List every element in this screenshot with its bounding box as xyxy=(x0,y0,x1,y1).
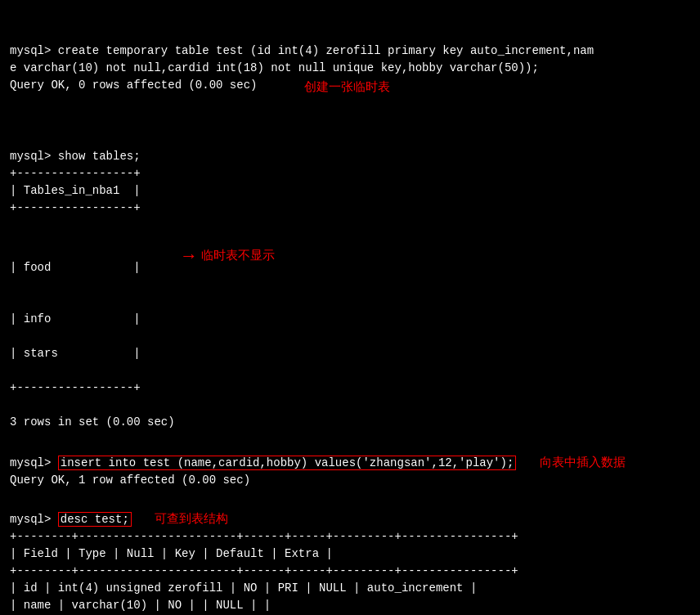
line-create-table-2: e varchar(10) not null,cardid int(18) no… xyxy=(10,61,539,74)
annotation-no-show: →临时表不显示 xyxy=(180,242,275,269)
line-border-3: +-----------------+ xyxy=(10,381,141,394)
line-info: | info | xyxy=(10,312,141,325)
line-desc-name: | name | varchar(10) | NO | | NULL | | xyxy=(10,599,271,612)
annotation-create: 创建一张临时表 xyxy=(304,78,690,97)
line-create-table: mysql> create temporary table test (id i… xyxy=(10,44,594,57)
line-query-ok-2: Query OK, 1 row affected (0.00 sec) xyxy=(10,474,250,487)
annotation-insert: 向表中插入数据 xyxy=(540,455,626,469)
annotation-desc: 可查到表结构 xyxy=(155,511,228,525)
line-food: | food | xyxy=(10,261,141,274)
line-desc-id: | id | int(4) unsigned zerofill | NO | P… xyxy=(10,581,477,595)
line-border-2: +-----------------+ xyxy=(10,201,141,214)
desc-section: mysql> desc test; 可查到表结构 +--------+-----… xyxy=(0,492,700,616)
desc-cmd: desc test; xyxy=(58,512,132,527)
line-insert: mysql> insert into test (name,cardid,hob… xyxy=(10,456,516,470)
line-desc-border-2: +--------+-----------------------+------… xyxy=(10,564,518,577)
line-show-tables: mysql> show tables; xyxy=(10,150,141,163)
line-stars: | stars | xyxy=(10,347,141,360)
line-header: | Tables_in_nba1 | xyxy=(10,184,141,197)
line-desc: mysql> desc test; xyxy=(10,512,132,527)
line-3rows: 3 rows in set (0.00 sec) xyxy=(10,415,175,429)
tables-list-section: | food | →临时表不显示 | info | | stars | +---… xyxy=(0,242,700,431)
terminal: mysql> create temporary table test (id i… xyxy=(0,0,700,242)
line-query-ok-1: Query OK, 0 rows affected (0.00 sec) xyxy=(10,79,257,92)
line-desc-border-1: +--------+-----------------------+------… xyxy=(10,530,518,543)
line-blank-1 xyxy=(10,132,16,146)
insert-cmd: insert into test (name,cardid,hobby) val… xyxy=(58,456,517,470)
line-border-1: +-----------------+ xyxy=(10,167,141,180)
insert-section: mysql> insert into test (name,cardid,hob… xyxy=(0,436,700,489)
line-desc-header: | Field | Type | Null | Key | Default | … xyxy=(10,547,333,560)
